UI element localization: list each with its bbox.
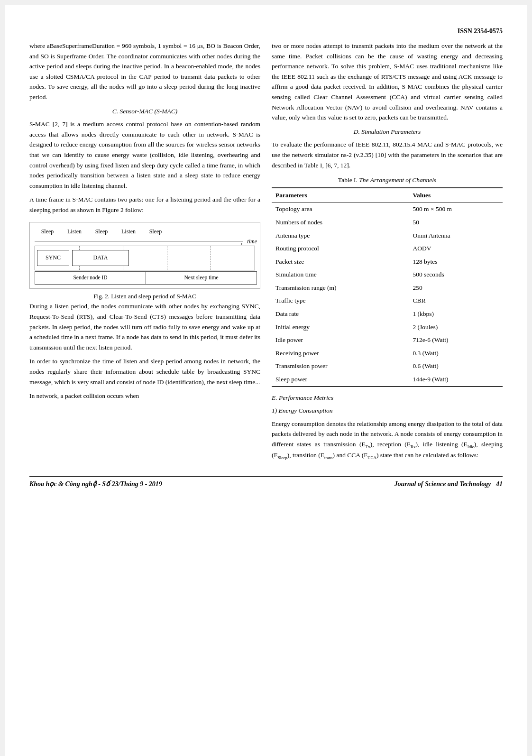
left-column: where aBaseSuperframeDuration = 960 symb… [29, 41, 260, 465]
vert-line-4 [211, 246, 211, 270]
param-value: 0.6 (Watt) [409, 360, 503, 373]
energy-text-6: ) and CCA (E [333, 452, 368, 459]
energy-text-5: ), transition (E [287, 452, 324, 459]
left-para4: During a listen period, the nodes commun… [29, 301, 260, 352]
parameters-table: Parameters Values Topology area500 m × 5… [272, 187, 503, 387]
two-column-layout: where aBaseSuperframeDuration = 960 symb… [29, 41, 503, 465]
param-value: 500 seconds [409, 268, 503, 281]
left-para5: In order to synchronize the time of list… [29, 356, 260, 387]
param-value: 250 [409, 281, 503, 295]
table-row: Packet size128 bytes [272, 255, 503, 268]
label-sleep2: Sleep [89, 227, 114, 236]
section-c-title: C. Sensor-MAC (S-MAC) [29, 106, 260, 117]
smac-bottom: Sender node ID Next sleep time [35, 271, 257, 285]
param-value: 2 (Joules) [409, 321, 503, 334]
param-name: Transmission range (m) [272, 281, 409, 295]
smac-figure: Sleep Listen Sleep Listen Sleep → time [29, 222, 260, 289]
label-sleep1: Sleep [35, 227, 60, 236]
param-name: Sleep power [272, 373, 409, 387]
param-value: 500 m × 500 m [409, 203, 503, 216]
table-row: Idle power712e-6 (Watt) [272, 333, 503, 347]
smac-top-labels: Sleep Listen Sleep Listen Sleep [33, 227, 257, 236]
right-column: two or more nodes attempt to transmit pa… [272, 41, 503, 465]
energy-text-2: ), reception (E [370, 441, 411, 448]
param-name: Numbers of nodes [272, 216, 409, 229]
right-para2: To evaluate the performance of IEEE 802.… [272, 139, 503, 170]
param-name: Routing protocol [272, 242, 409, 255]
param-name: Packet size [272, 255, 409, 268]
param-value: 712e-6 (Watt) [409, 333, 503, 347]
fig-caption: Fig. 2. Listen and sleep period of S-MAC [29, 292, 260, 302]
footer-left: Khoa học & Công nghệ - Số 23/Tháng 9 - 2… [29, 480, 162, 488]
next-sleep-time: Next sleep time [146, 272, 257, 284]
table-row: Antenna typeOmni Antenna [272, 229, 503, 242]
param-name: Idle power [272, 333, 409, 347]
table-body: Topology area500 m × 500 mNumbers of nod… [272, 203, 503, 387]
table-row: Sleep power144e-9 (Watt) [272, 373, 503, 387]
param-name: Transmission power [272, 360, 409, 373]
table-row: Numbers of nodes50 [272, 216, 503, 229]
param-value: 128 bytes [409, 255, 503, 268]
footer-page: 41 [496, 480, 503, 488]
col-parameters: Parameters [272, 188, 409, 203]
table-title: Table I. The Arrangement of Channels [272, 175, 503, 185]
label-listen2: Listen [114, 227, 143, 236]
table-header-row: Parameters Values [272, 188, 503, 203]
section-e-title: E. Performance Metrics [272, 393, 503, 403]
page: ISSN 2354-0575 where aBaseSuperframeDura… [5, 5, 527, 756]
table-row: Data rate1 (kbps) [272, 307, 503, 321]
smac-timeline-arrow: → time [35, 237, 257, 246]
right-para1: two or more nodes attempt to transmit pa… [272, 41, 503, 123]
table-row: Transmission power0.6 (Watt) [272, 360, 503, 373]
param-name: Topology area [272, 203, 409, 216]
param-value: 144e-9 (Watt) [409, 373, 503, 387]
param-value: 50 [409, 216, 503, 229]
energy-text-3: ), idle listening (E [416, 441, 468, 448]
section-d-title: D. Simulation Parameters [272, 127, 503, 137]
label-sleep3: Sleep [143, 227, 168, 236]
timeline-line [35, 241, 243, 241]
footer-right: Journal of Science and Technology 41 [394, 480, 503, 488]
param-name: Antenna type [272, 229, 409, 242]
data-box: DATA [72, 250, 129, 266]
param-name: Receiving power [272, 347, 409, 360]
sub-rx: Rx [411, 444, 416, 449]
table-row: Topology area500 m × 500 m [272, 203, 503, 216]
param-name: Initial energy [272, 321, 409, 334]
table-title-italic: The Arrangement of Channels [359, 176, 436, 184]
table-row: Routing protocolAODV [272, 242, 503, 255]
right-para3: Energy consumption denotes the relations… [272, 419, 503, 461]
param-value: 1 (kbps) [409, 307, 503, 321]
sender-node-id: Sender node ID [35, 272, 146, 284]
param-name: Simulation time [272, 268, 409, 281]
sub-idle: Idle [468, 444, 474, 449]
left-para6: In network, a packet collision occurs wh… [29, 391, 260, 401]
vert-line-3 [167, 246, 167, 270]
table-row: Receiving power0.3 (Watt) [272, 347, 503, 360]
issn-label: ISSN 2354-0575 [29, 28, 503, 35]
sub-trans: trans [324, 455, 333, 460]
table-row: Initial energy2 (Joules) [272, 321, 503, 334]
left-para2: S-MAC [2, 7] is a medium access control … [29, 119, 260, 191]
param-value: CBR [409, 294, 503, 307]
sub-tx: Tx [366, 444, 370, 449]
section-1-title: 1) Energy Consumption [272, 406, 503, 416]
sub-cca: CCA [367, 455, 376, 460]
col-values: Values [409, 188, 503, 203]
left-para1: where aBaseSuperframeDuration = 960 symb… [29, 41, 260, 102]
sub-sleep: Sleep [278, 455, 287, 460]
table-row: Simulation time500 seconds [272, 268, 503, 281]
param-value: Omni Antenna [409, 229, 503, 242]
smac-bars: SYNC DATA [35, 246, 255, 270]
param-value: AODV [409, 242, 503, 255]
param-name: Data rate [272, 307, 409, 321]
param-name: Traffic type [272, 294, 409, 307]
energy-text-7: ) state that can be calculated as follow… [376, 452, 478, 459]
param-value: 0.3 (Watt) [409, 347, 503, 360]
time-label: time [247, 237, 257, 246]
footer-bar: Khoa học & Công nghệ - Số 23/Tháng 9 - 2… [29, 476, 503, 488]
table-row: Transmission range (m)250 [272, 281, 503, 295]
sync-box: SYNC [37, 250, 69, 266]
table-row: Traffic typeCBR [272, 294, 503, 307]
left-para3: A time frame in S-MAC contains two parts… [29, 194, 260, 215]
